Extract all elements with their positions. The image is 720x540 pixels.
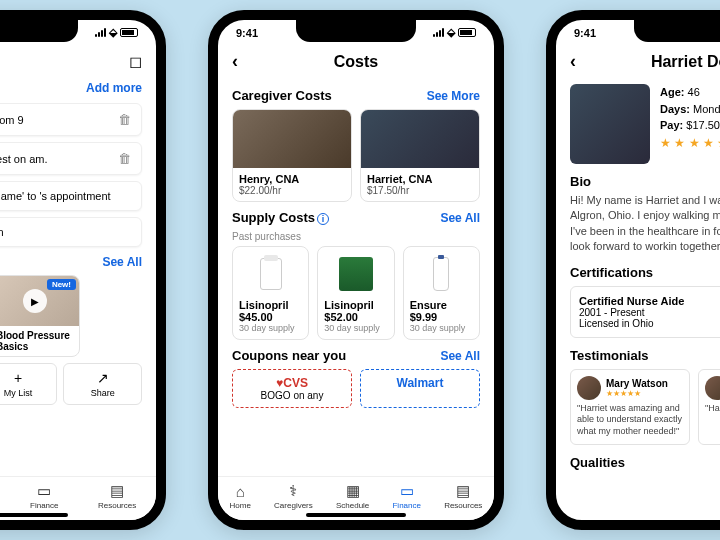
pay-value: $17.50 per hour xyxy=(686,119,720,131)
see-all-link[interactable]: See All xyxy=(440,349,480,363)
cert-dates: 2001 - Present xyxy=(579,307,720,318)
back-button[interactable]: ‹ xyxy=(232,51,252,72)
star-rating: ★ ★ ★ ★ ★ xyxy=(660,136,720,150)
coupon-walmart[interactable]: Walmart xyxy=(360,369,480,408)
task-item[interactable]: ay of Lisa's vacation xyxy=(0,217,142,247)
my-list-button[interactable]: +My List xyxy=(0,363,57,405)
coupons-title: Coupons near you xyxy=(232,348,346,363)
signal-icon xyxy=(95,28,106,37)
task-item[interactable]: g Shayla to blood test on am.🗑 xyxy=(0,142,142,175)
see-all-link[interactable]: See All xyxy=(102,255,142,269)
task-item[interactable]: cheduled on 6/20 from 9🗑 xyxy=(0,103,142,136)
testimonial-text: "Harriet patient underst xyxy=(705,403,720,415)
profile-photo xyxy=(570,84,650,164)
caregiver-card[interactable]: Henry, CNA $22.00/hr xyxy=(232,109,352,202)
supply-name: Ensure xyxy=(410,299,473,311)
phone-center: 9:41 ⬙ ‹ Costs Caregiver Costs See More … xyxy=(208,10,504,530)
task-text: ay of Lisa's vacation xyxy=(0,226,4,238)
profile-icon[interactable]: ◻ xyxy=(129,52,142,71)
see-more-link[interactable]: See More xyxy=(427,89,480,103)
page-title: Harriet Doe xyxy=(590,53,720,71)
share-button[interactable]: ↗Share xyxy=(63,363,142,405)
cert-card: Certified Nurse Aide 2001 - Present Lice… xyxy=(570,286,720,338)
testimonials-title: Testimonials xyxy=(570,348,720,363)
coupon-cvs[interactable]: ♥CVS BOGO on any xyxy=(232,369,352,408)
tab-resources[interactable]: ▤Resources xyxy=(98,482,136,510)
tab-finance[interactable]: ▭Finance xyxy=(392,482,420,510)
supply-card[interactable]: Ensure $9.99 30 day supply xyxy=(403,246,480,340)
notch xyxy=(0,20,78,42)
package-icon xyxy=(339,257,373,291)
caregivers-icon: ⚕ xyxy=(284,482,302,500)
supply-price: $52.00 xyxy=(324,311,387,323)
back-button[interactable]: ‹ xyxy=(570,51,590,72)
new-badge: New! xyxy=(47,279,76,290)
tab-resources[interactable]: ▤Resources xyxy=(444,482,482,510)
trash-icon[interactable]: 🗑 xyxy=(118,112,131,127)
bio-text: Hi! My name is Harriet and I was born an… xyxy=(570,193,720,255)
wifi-icon: ⬙ xyxy=(109,26,117,39)
avatar xyxy=(577,376,601,400)
age-value: 46 xyxy=(688,86,700,98)
supply-detail: 30 day supply xyxy=(324,323,387,333)
caregiver-name: Harriet, CNA xyxy=(367,173,473,185)
wifi-icon: ⬙ xyxy=(447,26,455,39)
supply-price: $45.00 xyxy=(239,311,302,323)
task-text: g Shayla to blood test on am. xyxy=(0,153,47,165)
supply-detail: 30 day supply xyxy=(410,323,473,333)
cvs-logo: ♥CVS xyxy=(239,376,345,390)
days-label: Days: xyxy=(660,103,690,115)
home-indicator[interactable] xyxy=(0,513,68,517)
home-icon: ⌂ xyxy=(231,482,249,500)
bottle-icon xyxy=(433,257,449,291)
trash-icon[interactable]: 🗑 xyxy=(118,151,131,166)
tab-caregivers[interactable]: ⚕Caregivers xyxy=(274,482,313,510)
coupon-text: BOGO on any xyxy=(239,390,345,401)
finance-icon: ▭ xyxy=(398,482,416,500)
pill-bottle-icon xyxy=(260,258,282,290)
battery-icon xyxy=(458,28,476,37)
supply-detail: 30 day supply xyxy=(239,323,302,333)
home-indicator[interactable] xyxy=(306,513,406,517)
qualities-title: Qualities xyxy=(570,455,720,470)
play-icon[interactable]: ▶ xyxy=(23,289,47,313)
star-rating: ★★★★★ xyxy=(606,389,668,398)
cert-name: Certified Nurse Aide xyxy=(579,295,720,307)
supply-card[interactable]: Lisinopril $52.00 30 day supply xyxy=(317,246,394,340)
testimonial-text: "Harriet was amazing and able to underst… xyxy=(577,403,683,438)
status-time: 9:41 xyxy=(574,27,596,39)
supply-name: Lisinopril xyxy=(324,299,387,311)
tab-schedule[interactable]: ▦Schedule xyxy=(336,482,369,510)
see-all-link[interactable]: See All xyxy=(440,211,480,225)
notch xyxy=(296,20,416,42)
tab-home[interactable]: ⌂Home xyxy=(230,482,251,510)
supply-name: Lisinopril xyxy=(239,299,302,311)
caregiver-card[interactable]: Harriet, CNA $17.50/hr xyxy=(360,109,480,202)
walmart-logo: Walmart xyxy=(367,376,473,390)
caregiver-name: Henry, CNA xyxy=(239,173,345,185)
add-more-link[interactable]: Add more xyxy=(0,79,156,97)
phone-right: 9:41 ⬙ ‹ Harriet Doe Age: 46 Days: Monda… xyxy=(546,10,720,530)
pay-label: Pay: xyxy=(660,119,683,131)
supply-card[interactable]: Lisinopril $45.00 30 day supply xyxy=(232,246,309,340)
past-purchases-label: Past purchases xyxy=(232,231,480,242)
tab-finance[interactable]: ▭Finance xyxy=(30,482,58,510)
task-text: cheduled on 6/20 from 9 xyxy=(0,114,24,126)
testimonial-card[interactable]: "Harriet patient underst xyxy=(698,369,720,445)
bio-title: Bio xyxy=(570,174,720,189)
finance-icon: ▭ xyxy=(35,482,53,500)
info-icon[interactable]: i xyxy=(317,213,329,225)
battery-icon xyxy=(120,28,138,37)
caregiver-photo xyxy=(361,110,479,168)
plus-icon: + xyxy=(0,370,50,386)
calendar-icon: ▦ xyxy=(344,482,362,500)
media-title: Blood Pressure Basics xyxy=(0,326,79,356)
cert-title: Certifications xyxy=(570,265,720,280)
notch xyxy=(634,20,720,42)
media-card[interactable]: ▶New! Blood Pressure Basics xyxy=(0,275,80,357)
task-item[interactable]: t will take 'Patient Name' to 's appoint… xyxy=(0,181,142,211)
caregiver-photo xyxy=(233,110,351,168)
signal-icon xyxy=(433,28,444,37)
resources-icon: ▤ xyxy=(108,482,126,500)
testimonial-card[interactable]: Mary Watson ★★★★★ "Harriet was amazing a… xyxy=(570,369,690,445)
